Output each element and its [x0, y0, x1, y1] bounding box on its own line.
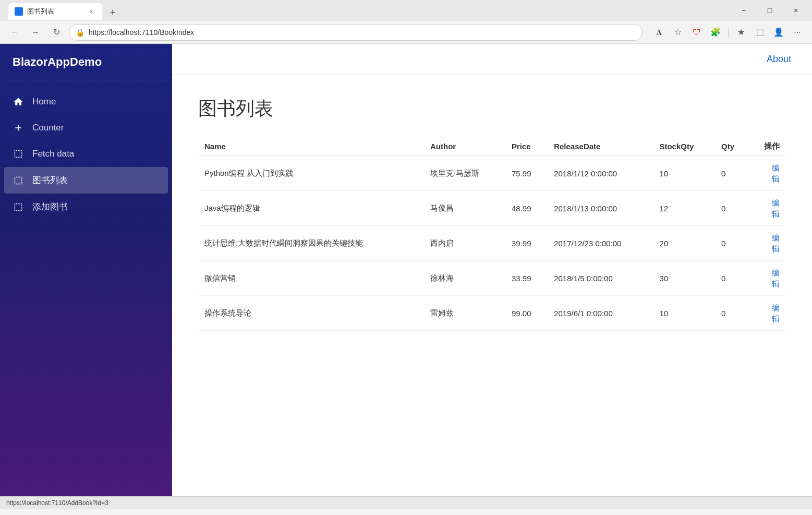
favorites-bar-button[interactable]: ★	[733, 24, 749, 41]
cell-stockqty: 10	[653, 296, 715, 331]
table-body: Python编程 从入门到实践 埃里克·马瑟斯 75.99 2018/1/12 …	[198, 156, 786, 331]
table-row: 统计思维:大数据时代瞬间洞察因果的关键技能 西内启 39.99 2017/12/…	[198, 226, 786, 261]
cell-author: 埃里克·马瑟斯	[424, 156, 505, 191]
active-tab[interactable]: 图书列表 ×	[8, 3, 102, 20]
app-container: BlazorAppDemo Home Counter	[0, 44, 812, 496]
cell-name: 操作系统导论	[198, 296, 424, 331]
about-link[interactable]: About	[767, 54, 791, 65]
back-button[interactable]: ←	[6, 24, 23, 41]
forward-button[interactable]: →	[27, 24, 44, 41]
separator	[728, 27, 729, 38]
address-bar[interactable]: 🔒 https://localhost:7110/BookIndex	[69, 24, 643, 41]
sidebar: BlazorAppDemo Home Counter	[0, 44, 172, 496]
sidebar-item-addbook[interactable]: 添加图书	[0, 194, 172, 220]
cell-stockqty: 12	[653, 191, 715, 226]
tab-bar: 图书列表 × +	[4, 1, 732, 20]
tab-favicon	[15, 7, 23, 16]
edit-link-line1[interactable]: 编	[772, 197, 780, 208]
col-stockqty: StockQty	[653, 137, 715, 156]
table-row: Java编程的逻辑 马俊昌 48.99 2018/1/13 0:00:00 12…	[198, 191, 786, 226]
new-tab-button[interactable]: +	[104, 5, 121, 20]
cell-releasedate: 2018/1/13 0:00:00	[548, 191, 653, 226]
cell-action: 编 辑	[749, 261, 786, 296]
sidebar-brand: BlazorAppDemo	[0, 44, 172, 80]
sidebar-label-addbook: 添加图书	[32, 201, 68, 213]
page-title: 图书列表	[198, 96, 786, 122]
collections-button[interactable]: ⬚	[752, 24, 768, 41]
edit-link-line1[interactable]: 编	[772, 302, 780, 313]
lock-icon: 🔒	[76, 28, 84, 37]
ublock-button[interactable]: 🛡	[688, 24, 705, 41]
cell-releasedate: 2018/1/5 0:00:00	[548, 261, 653, 296]
maximize-button[interactable]: □	[758, 2, 782, 19]
minimize-button[interactable]: −	[732, 2, 756, 19]
table-row: Python编程 从入门到实践 埃里克·马瑟斯 75.99 2018/1/12 …	[198, 156, 786, 191]
main-content: About 图书列表 Name Author Price ReleaseDate…	[172, 44, 812, 496]
cell-qty: 0	[715, 296, 749, 331]
refresh-button[interactable]: ↻	[48, 24, 65, 41]
cell-releasedate: 2017/12/23 0:00:00	[548, 226, 653, 261]
edit-link-line2[interactable]: 辑	[772, 208, 780, 219]
sidebar-item-counter[interactable]: Counter	[0, 115, 172, 141]
cell-qty: 0	[715, 156, 749, 191]
table-row: 操作系统导论 雷姆兹 99.00 2019/6/1 0:00:00 10 0 编…	[198, 296, 786, 331]
top-bar: About	[172, 44, 812, 75]
cell-price: 75.99	[505, 156, 548, 191]
cell-qty: 0	[715, 261, 749, 296]
col-name: Name	[198, 137, 424, 156]
cell-action: 编 辑	[749, 191, 786, 226]
edit-link-line2[interactable]: 辑	[772, 278, 780, 289]
cell-price: 39.99	[505, 226, 548, 261]
table-header-row: Name Author Price ReleaseDate StockQty Q…	[198, 137, 786, 156]
addbook-icon	[13, 201, 24, 213]
sidebar-label-fetchdata: Fetch data	[32, 149, 74, 159]
cell-qty: 0	[715, 226, 749, 261]
title-bar: 图书列表 × + − □ ×	[0, 0, 812, 21]
url-text: https://localhost:7110/BookIndex	[89, 28, 194, 37]
cell-action: 编 辑	[749, 226, 786, 261]
cell-stockqty: 10	[653, 156, 715, 191]
edit-link-line2[interactable]: 辑	[772, 173, 780, 184]
col-price: Price	[505, 137, 548, 156]
col-qty: Qty	[715, 137, 749, 156]
page-body: 图书列表 Name Author Price ReleaseDate Stock…	[172, 75, 812, 352]
cell-name: Python编程 从入门到实践	[198, 156, 424, 191]
edit-link-line2[interactable]: 辑	[772, 243, 780, 254]
menu-button[interactable]: ···	[789, 24, 806, 41]
close-button[interactable]: ×	[784, 2, 808, 19]
sidebar-label-booklist: 图书列表	[32, 174, 68, 186]
tab-title: 图书列表	[27, 7, 82, 16]
sidebar-item-home[interactable]: Home	[0, 89, 172, 115]
fetchdata-icon	[13, 148, 24, 160]
sidebar-item-booklist[interactable]: 图书列表	[4, 167, 168, 194]
edit-link-line1[interactable]: 编	[772, 232, 780, 243]
booklist-icon	[13, 175, 24, 186]
col-action: 操作	[749, 137, 786, 156]
cell-releasedate: 2018/1/12 0:00:00	[548, 156, 653, 191]
cell-stockqty: 30	[653, 261, 715, 296]
cell-stockqty: 20	[653, 226, 715, 261]
cell-name: 微信营销	[198, 261, 424, 296]
cell-releasedate: 2019/6/1 0:00:00	[548, 296, 653, 331]
table-row: 微信营销 徐林海 33.99 2018/1/5 0:00:00 30 0 编 辑	[198, 261, 786, 296]
edit-link-line1[interactable]: 编	[772, 267, 780, 278]
profile-button[interactable]: 👤	[770, 24, 787, 41]
cell-author: 雷姆兹	[424, 296, 505, 331]
sidebar-nav: Home Counter Fetch data	[0, 80, 172, 229]
nav-bar: ← → ↻ 🔒 https://localhost:7110/BookIndex…	[0, 21, 812, 44]
sidebar-item-fetchdata[interactable]: Fetch data	[0, 141, 172, 167]
counter-icon	[13, 122, 24, 134]
cell-price: 48.99	[505, 191, 548, 226]
read-aloud-button[interactable]: 𝐀	[651, 24, 668, 41]
status-url: https://localhost:7110/AddBook?Id=3	[6, 499, 108, 507]
edit-link-line2[interactable]: 辑	[772, 313, 780, 324]
sidebar-label-counter: Counter	[32, 123, 64, 133]
cell-author: 西内启	[424, 226, 505, 261]
nav-actions: 𝐀 ☆ 🛡 🧩 ★ ⬚ 👤 ···	[651, 24, 806, 41]
cell-name: Java编程的逻辑	[198, 191, 424, 226]
tab-close-button[interactable]: ×	[87, 7, 96, 16]
cell-action: 编 辑	[749, 156, 786, 191]
extensions-button[interactable]: 🧩	[707, 24, 724, 41]
edit-link-line1[interactable]: 编	[772, 162, 780, 173]
favorites-button[interactable]: ☆	[670, 24, 686, 41]
